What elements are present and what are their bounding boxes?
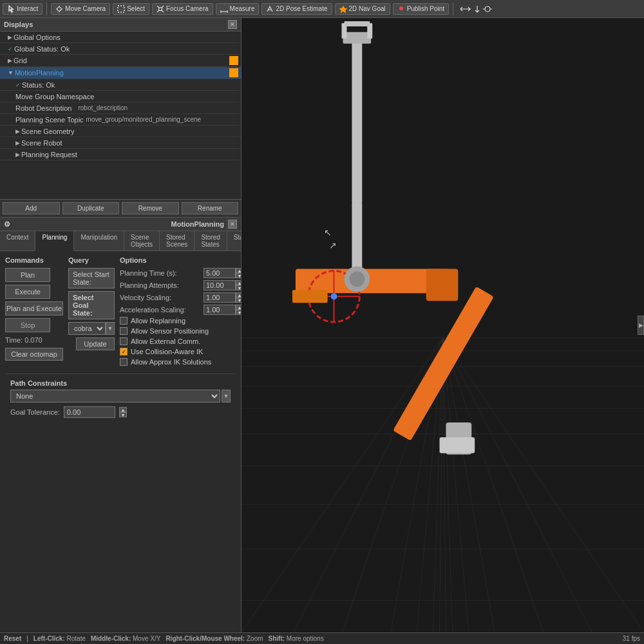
use-collision-aware-ik-checkbox[interactable] [120, 348, 128, 355]
clear-octomap-button[interactable]: Clear octomap [5, 348, 63, 361]
tree-item-global-options[interactable]: ▶ Global Options [0, 32, 241, 43]
update-button[interactable]: Update [76, 337, 115, 350]
tree-item-robot-desc[interactable]: Robot Description robot_description [0, 102, 241, 114]
status-left-action: Rotate [67, 635, 86, 642]
planning-time-label: Planning Time (s): [120, 269, 204, 277]
tab-status[interactable]: Status [227, 231, 241, 251]
svg-rect-1 [118, 6, 124, 12]
duplicate-display-button[interactable]: Duplicate [62, 202, 120, 214]
planning-time-input[interactable] [204, 268, 236, 278]
start-state-button[interactable]: Select Start State: [68, 268, 115, 289]
planning-time-up[interactable]: ▲ [236, 268, 241, 273]
goal-state-select[interactable]: cobra [68, 322, 106, 335]
svg-point-8 [485, 6, 490, 12]
select-button[interactable]: Select [113, 3, 149, 15]
velocity-scaling-up[interactable]: ▲ [236, 292, 241, 298]
2d-pose-estimate-button[interactable]: 2D Pose Estimate [261, 3, 332, 15]
viewport[interactable]: ↖↗ ▶ [242, 18, 644, 632]
publish-point-button[interactable]: Publish Point [393, 3, 449, 15]
allow-external-comm-label: Allow External Comm. [131, 337, 200, 345]
planning-attempts-input[interactable] [204, 280, 236, 290]
tab-scene-objects[interactable]: Scene Objects [124, 231, 160, 251]
tree-arrow-status-ok: ✓ [15, 82, 21, 88]
velocity-scaling-down[interactable]: ▼ [236, 298, 241, 303]
tree-label-global-options: Global Options [14, 33, 61, 41]
tab-stored-scenes[interactable]: Stored Scenes [160, 231, 194, 251]
tree-item-planning-scene[interactable]: Planning Scene Topic move_group/monitore… [0, 114, 241, 126]
constraint-dropdown-arrow[interactable]: ▼ [222, 390, 231, 402]
tree-label-scene-geometry: Scene Geometry [21, 128, 75, 135]
tree-label-grid: Grid [14, 57, 27, 64]
allow-approx-ik-label: Allow Approx IK Solutions [131, 358, 211, 366]
goal-state-dropdown-arrow[interactable]: ▼ [106, 322, 115, 335]
constraint-select[interactable]: None [10, 390, 220, 402]
allow-replanning-checkbox[interactable] [120, 317, 128, 325]
tree-item-grid[interactable]: ▶ Grid [0, 55, 241, 67]
toolbar: Interact Move Camera Select Focus Camera… [0, 0, 644, 18]
accel-scaling-up[interactable]: ▲ [236, 305, 241, 310]
grid-color-box [229, 56, 238, 65]
status-shift-label: Shift: More options [269, 635, 324, 642]
tab-stored-states[interactable]: Stored States [194, 231, 227, 251]
svg-point-51 [349, 272, 365, 287]
move-camera-button[interactable]: Move Camera [51, 3, 110, 15]
statusbar: Reset | Left-Click: Rotate Middle-Click:… [0, 632, 644, 644]
focus-camera-button[interactable]: Focus Camera [152, 3, 213, 15]
interact-button[interactable]: Interact [3, 3, 43, 15]
displays-close-button[interactable]: ✕ [228, 20, 237, 29]
mp-content: Commands Plan Execute Plan and Execute S… [0, 251, 241, 632]
tab-context[interactable]: Context [0, 231, 35, 251]
stop-button[interactable]: Stop [5, 318, 50, 332]
goal-state-button[interactable]: Select Goal State: [68, 291, 115, 319]
accel-scaling-down[interactable]: ▼ [236, 310, 241, 315]
status-middle-action: Move X/Y [133, 635, 160, 642]
mp-color-box [229, 68, 238, 77]
status-reset[interactable]: Reset [4, 635, 21, 642]
goal-tolerance-down[interactable]: ▼ [119, 412, 127, 417]
tree-item-status-ok[interactable]: ✓ Status: Ok [0, 79, 241, 91]
plan-execute-button[interactable]: Plan and Execute [5, 301, 63, 316]
tolerance-row: Goal Tolerance: ▲ ▼ [10, 406, 231, 418]
tree-item-global-status[interactable]: ✓ Global Status: Ok [0, 43, 241, 55]
velocity-scaling-row: Velocity Scaling: ▲ ▼ [120, 292, 241, 303]
plan-button[interactable]: Plan [5, 268, 50, 282]
displays-section: Displays ✕ ▶ Global Options ✓ Global Sta… [0, 18, 241, 218]
allow-external-comm-checkbox[interactable] [120, 337, 128, 345]
measure-button[interactable]: Measure [216, 3, 260, 15]
status-right-bold: Right-Click/Mouse Wheel: [166, 635, 245, 642]
displays-tree: ▶ Global Options ✓ Global Status: Ok ▶ G… [0, 32, 241, 160]
tree-item-scene-robot[interactable]: ▶ Scene Robot [0, 137, 241, 149]
allow-approx-ik-checkbox[interactable] [120, 358, 128, 366]
displays-title: Displays [4, 21, 33, 28]
velocity-scaling-input[interactable] [204, 292, 236, 303]
mp-close-button[interactable]: ✕ [228, 220, 237, 229]
remove-display-button[interactable]: Remove [122, 202, 179, 214]
tree-item-planning-request[interactable]: ▶ Planning Request [0, 149, 241, 160]
rename-display-button[interactable]: Rename [182, 202, 239, 214]
tree-arrow-global-options: ▶ [8, 34, 12, 41]
tab-planning[interactable]: Planning [35, 231, 74, 251]
accel-scaling-input[interactable] [204, 305, 236, 315]
goal-tolerance-up[interactable]: ▲ [119, 407, 127, 412]
planning-attempts-down[interactable]: ▼ [236, 285, 241, 290]
tree-arrow-scene-geometry: ▶ [15, 128, 20, 135]
status-right-action: Zoom [247, 635, 263, 642]
2d-nav-goal-button[interactable]: 2D Nav Goal [335, 3, 390, 15]
path-constraints-label: Path Constraints [10, 379, 231, 387]
tree-item-move-group-ns[interactable]: Move Group Namespace [0, 91, 241, 102]
svg-rect-46 [292, 290, 328, 303]
tab-manipulation[interactable]: Manipulation [74, 231, 124, 251]
execute-button[interactable]: Execute [5, 285, 50, 299]
tree-item-motion-planning[interactable]: ▼ MotionPlanning [0, 67, 241, 79]
goal-tolerance-input[interactable] [64, 406, 115, 418]
viewport-expand-arrow[interactable]: ▶ [638, 316, 644, 335]
add-display-button[interactable]: Add [3, 202, 60, 214]
planning-attempts-up[interactable]: ▲ [236, 280, 241, 285]
planning-time-down[interactable]: ▼ [236, 273, 241, 278]
toolbar-divider-2 [453, 3, 453, 15]
allow-sensor-positioning-checkbox[interactable] [120, 327, 128, 335]
commands-header: Commands [5, 256, 63, 264]
query-header: Query [68, 256, 115, 264]
tree-item-scene-geometry[interactable]: ▶ Scene Geometry [0, 126, 241, 137]
time-row: Time: 0.070 [5, 336, 63, 344]
